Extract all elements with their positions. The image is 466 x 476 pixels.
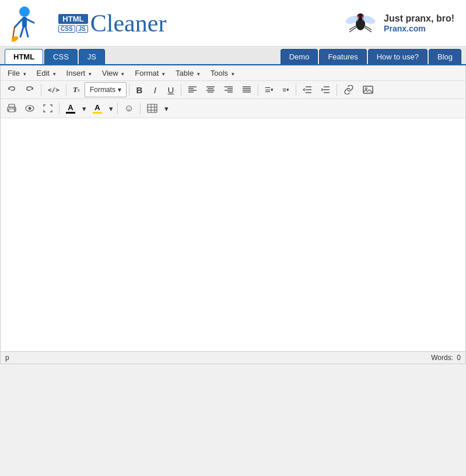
menu-view[interactable]: View ▾ bbox=[97, 67, 129, 79]
tab-js[interactable]: JS bbox=[79, 49, 105, 64]
svg-rect-1 bbox=[22, 17, 27, 27]
logo-area: HTML CSS JS Cleaner bbox=[12, 3, 166, 44]
preview-button[interactable] bbox=[21, 101, 38, 116]
svg-line-2 bbox=[15, 19, 22, 27]
nav-tab-group: Demo Features How to use? Blog bbox=[281, 49, 461, 64]
pranx-area: Just pranx, bro! Pranx.com bbox=[345, 5, 454, 41]
svg-line-6 bbox=[13, 27, 15, 38]
redo-button[interactable] bbox=[21, 82, 38, 97]
word-count-display: Words: 0 bbox=[431, 354, 461, 362]
tab-blog[interactable]: Blog bbox=[429, 49, 461, 64]
toolbar-row-2: A ▾ A ▾ ☺ ▾ bbox=[1, 99, 465, 118]
bullet-list-button[interactable]: ☰▾ bbox=[261, 82, 278, 97]
font-color-arrow[interactable]: ▾ bbox=[80, 101, 88, 116]
formats-dropdown[interactable]: Formats ▾ bbox=[85, 82, 127, 97]
editor-area[interactable] bbox=[1, 118, 465, 351]
sep-6 bbox=[296, 84, 296, 96]
svg-line-15 bbox=[349, 27, 356, 32]
align-center-button[interactable] bbox=[202, 82, 219, 97]
undo-button[interactable] bbox=[3, 82, 20, 97]
word-count: 0 bbox=[457, 354, 461, 362]
svg-point-0 bbox=[19, 6, 30, 17]
numbered-list-button[interactable]: ≡▾ bbox=[278, 82, 293, 97]
pranx-text: Just pranx, bro! Pranx.com bbox=[384, 13, 454, 33]
sep-3 bbox=[129, 84, 129, 96]
outdent-button[interactable] bbox=[299, 82, 316, 97]
svg-point-47 bbox=[29, 107, 31, 110]
font-color-button[interactable]: A bbox=[62, 100, 79, 117]
bold-button[interactable]: B bbox=[132, 82, 147, 97]
formats-arrow: ▾ bbox=[118, 86, 121, 94]
link-button[interactable] bbox=[339, 82, 358, 97]
svg-rect-44 bbox=[9, 109, 15, 112]
svg-rect-40 bbox=[363, 86, 373, 93]
italic-button[interactable]: I bbox=[148, 82, 163, 97]
menu-tools[interactable]: Tools ▾ bbox=[206, 67, 239, 79]
highlight-color-button[interactable]: A bbox=[89, 100, 106, 117]
sep-1 bbox=[41, 84, 41, 96]
source-button[interactable]: </> bbox=[44, 82, 64, 97]
sep-7 bbox=[337, 84, 337, 96]
align-justify-button[interactable] bbox=[238, 82, 255, 97]
css-badge: CSS bbox=[58, 25, 75, 33]
tab-features[interactable]: Features bbox=[319, 49, 366, 64]
tab-html[interactable]: HTML bbox=[5, 49, 43, 64]
pranx-link[interactable]: Pranx.com bbox=[384, 24, 454, 33]
tab-how-to-use[interactable]: How to use? bbox=[368, 49, 428, 64]
pranx-tagline: Just pranx, bro! bbox=[384, 13, 454, 24]
underline-button[interactable]: U bbox=[163, 82, 178, 97]
svg-point-45 bbox=[14, 108, 15, 110]
fly-icon bbox=[345, 5, 377, 41]
svg-rect-42 bbox=[9, 104, 15, 107]
fullscreen-button[interactable] bbox=[39, 101, 57, 116]
table-button[interactable] bbox=[143, 101, 162, 116]
status-bar: p Words: 0 bbox=[1, 351, 465, 364]
sep-4 bbox=[181, 84, 181, 96]
nav-tabs-row: HTML CSS JS Demo Features How to use? Bl… bbox=[0, 47, 466, 65]
print-button[interactable] bbox=[3, 101, 20, 116]
editor-container: File ▾ Edit ▾ Insert ▾ View ▾ Format ▾ T… bbox=[0, 65, 466, 364]
svg-point-41 bbox=[365, 88, 367, 90]
image-button[interactable] bbox=[359, 82, 377, 97]
table-arrow[interactable]: ▾ bbox=[162, 101, 170, 116]
header: HTML CSS JS Cleaner bbox=[0, 0, 466, 47]
formats-label: Formats bbox=[90, 86, 115, 94]
menu-bar: File ▾ Edit ▾ Insert ▾ View ▾ Format ▾ T… bbox=[1, 66, 465, 81]
sep-8 bbox=[59, 103, 59, 114]
clear-format-button[interactable]: Tx bbox=[69, 82, 84, 97]
menu-table[interactable]: Table ▾ bbox=[171, 67, 205, 79]
menu-insert[interactable]: Insert ▾ bbox=[62, 67, 96, 79]
words-label: Words: bbox=[431, 354, 453, 362]
align-right-button[interactable] bbox=[220, 82, 237, 97]
mascot-icon bbox=[12, 3, 52, 44]
tab-demo[interactable]: Demo bbox=[281, 49, 318, 64]
menu-format[interactable]: Format ▾ bbox=[130, 67, 170, 79]
cleaner-text: Cleaner bbox=[90, 11, 167, 36]
highlight-color-arrow[interactable]: ▾ bbox=[107, 101, 115, 116]
js-badge: JS bbox=[76, 25, 88, 33]
toolbar-row-1: </> Tx Formats ▾ B I U bbox=[1, 81, 465, 99]
svg-line-4 bbox=[20, 27, 23, 37]
html-badge: HTML bbox=[58, 14, 88, 24]
menu-file[interactable]: File ▾ bbox=[3, 67, 31, 79]
logo-badges: HTML CSS JS bbox=[58, 14, 88, 33]
sep-5 bbox=[258, 84, 258, 96]
sep-2 bbox=[66, 84, 66, 96]
svg-line-17 bbox=[365, 27, 372, 32]
current-tag: p bbox=[5, 354, 9, 362]
sep-10 bbox=[140, 103, 141, 114]
indent-button[interactable] bbox=[317, 82, 334, 97]
tab-css[interactable]: CSS bbox=[44, 49, 78, 64]
emoji-button[interactable]: ☺ bbox=[120, 101, 138, 116]
svg-line-3 bbox=[27, 19, 34, 23]
sep-9 bbox=[117, 103, 118, 114]
align-left-button[interactable] bbox=[184, 82, 201, 97]
svg-rect-48 bbox=[148, 104, 157, 112]
svg-line-5 bbox=[26, 27, 28, 37]
menu-edit[interactable]: Edit ▾ bbox=[32, 67, 61, 79]
